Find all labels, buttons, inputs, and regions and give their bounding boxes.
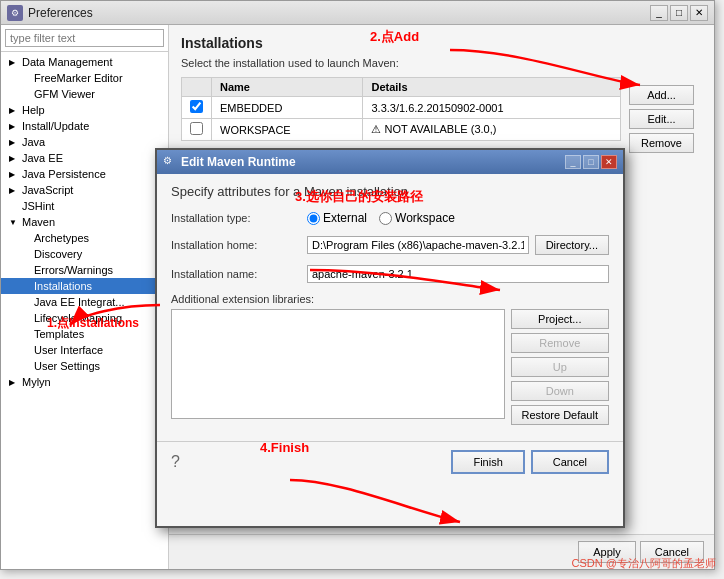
installation-name-input[interactable]	[307, 265, 609, 283]
maximize-button[interactable]: □	[670, 5, 688, 21]
sidebar-item-freemarker-editor[interactable]: FreeMarker Editor	[1, 70, 168, 86]
ext-up-button[interactable]: Up	[511, 357, 609, 377]
ext-down-button[interactable]: Down	[511, 381, 609, 401]
expand-icon: ▶	[9, 106, 19, 115]
row-checkbox[interactable]	[190, 100, 203, 113]
ext-project-button[interactable]: Project...	[511, 309, 609, 329]
dialog-close-button[interactable]: ✕	[601, 155, 617, 169]
sidebar-item-label: User Interface	[34, 344, 103, 356]
sidebar-item-java-ee-integration[interactable]: Java EE Integrat...	[1, 294, 168, 310]
col-check	[182, 78, 212, 97]
col-details: Details	[363, 78, 621, 97]
sidebar-item-help[interactable]: ▶ Help	[1, 102, 168, 118]
row-details: 3.3.3/1.6.2.20150902-0001	[363, 97, 621, 119]
panel-title: Installations	[181, 35, 702, 51]
row-details: ⚠ NOT AVAILABLE (3.0,)	[363, 119, 621, 141]
sidebar-item-errors-warnings[interactable]: Errors/Warnings	[1, 262, 168, 278]
expand-icon: ▶	[9, 378, 19, 387]
sidebar-item-label: Java Persistence	[22, 168, 106, 180]
window-icon: ⚙	[7, 5, 23, 21]
expand-icon: ▶	[9, 122, 19, 131]
window-title: Preferences	[28, 6, 93, 20]
sidebar-tree: ▶ Data Management FreeMarker Editor GFM …	[1, 52, 168, 392]
table-row[interactable]: EMBEDDED 3.3.3/1.6.2.20150902-0001	[182, 97, 621, 119]
edit-button[interactable]: Edit...	[629, 109, 694, 129]
sidebar-item-data-management[interactable]: ▶ Data Management	[1, 54, 168, 70]
ext-restore-button[interactable]: Restore Default	[511, 405, 609, 425]
installation-name-label: Installation name:	[171, 268, 301, 280]
sidebar-item-java[interactable]: ▶ Java	[1, 134, 168, 150]
sidebar-item-label: Data Management	[22, 56, 113, 68]
panel-description: Select the installation used to launch M…	[181, 57, 702, 69]
expand-icon: ▶	[9, 154, 19, 163]
sidebar: ▶ Data Management FreeMarker Editor GFM …	[1, 25, 169, 569]
sidebar-item-install-update[interactable]: ▶ Install/Update	[1, 118, 168, 134]
dialog-title-bar: ⚙ Edit Maven Runtime _ □ ✕	[157, 150, 623, 174]
expand-icon: ▶	[9, 58, 19, 67]
installation-type-group: External Workspace	[307, 211, 455, 225]
sidebar-item-gfm-viewer[interactable]: GFM Viewer	[1, 86, 168, 102]
sidebar-item-label: Discovery	[34, 248, 82, 260]
sidebar-item-lifecycle-mapping[interactable]: Lifecycle Mapping	[1, 310, 168, 326]
dialog-bottom: ? Finish Cancel	[157, 441, 623, 482]
sidebar-filter	[1, 25, 168, 52]
sidebar-item-label: Install/Update	[22, 120, 89, 132]
ext-libs-label: Additional extension libraries:	[171, 293, 609, 305]
sidebar-item-templates[interactable]: Templates	[1, 326, 168, 342]
sidebar-item-user-interface[interactable]: User Interface	[1, 342, 168, 358]
remove-button[interactable]: Remove	[629, 133, 694, 153]
sidebar-item-label: Errors/Warnings	[34, 264, 113, 276]
installation-name-row: Installation name:	[171, 265, 609, 283]
cancel-button[interactable]: Cancel	[640, 541, 704, 563]
bottom-bar: Apply Cancel	[169, 534, 714, 569]
title-controls: _ □ ✕	[650, 5, 708, 21]
sidebar-item-label: Java EE Integrat...	[34, 296, 125, 308]
installation-home-row: Installation home: Directory...	[171, 235, 609, 255]
filter-input[interactable]	[5, 29, 164, 47]
radio-external-input[interactable]	[307, 212, 320, 225]
sidebar-item-java-ee[interactable]: ▶ Java EE	[1, 150, 168, 166]
finish-button[interactable]: Finish	[451, 450, 524, 474]
side-buttons: Add... Edit... Remove	[625, 77, 702, 161]
sidebar-item-discovery[interactable]: Discovery	[1, 246, 168, 262]
apply-button[interactable]: Apply	[578, 541, 636, 563]
radio-external[interactable]: External	[307, 211, 367, 225]
radio-external-label: External	[323, 211, 367, 225]
col-name: Name	[212, 78, 363, 97]
minimize-button[interactable]: _	[650, 5, 668, 21]
installation-home-input[interactable]	[307, 236, 529, 254]
close-button[interactable]: ✕	[690, 5, 708, 21]
sidebar-item-label: Help	[22, 104, 45, 116]
sidebar-item-label: Installations	[34, 280, 92, 292]
add-button[interactable]: Add...	[629, 85, 694, 105]
ext-libs-listbox[interactable]	[171, 309, 505, 419]
dialog-maximize-button[interactable]: □	[583, 155, 599, 169]
sidebar-item-label: Java EE	[22, 152, 63, 164]
sidebar-item-label: JSHint	[22, 200, 54, 212]
sidebar-item-label: FreeMarker Editor	[34, 72, 123, 84]
sidebar-item-label: User Settings	[34, 360, 100, 372]
dialog-title-controls: _ □ ✕	[565, 155, 617, 169]
ext-libs-buttons: Project... Remove Up Down Restore Defaul…	[511, 309, 609, 425]
table-row[interactable]: WORKSPACE ⚠ NOT AVAILABLE (3.0,)	[182, 119, 621, 141]
dialog-subtitle: Specify attributes for a Maven installat…	[171, 184, 609, 199]
sidebar-item-java-persistence[interactable]: ▶ Java Persistence	[1, 166, 168, 182]
sidebar-item-user-settings[interactable]: User Settings	[1, 358, 168, 374]
sidebar-item-label: Templates	[34, 328, 84, 340]
radio-workspace[interactable]: Workspace	[379, 211, 455, 225]
dialog-minimize-button[interactable]: _	[565, 155, 581, 169]
expand-icon: ▶	[9, 186, 19, 195]
directory-button[interactable]: Directory...	[535, 235, 609, 255]
row-checkbox[interactable]	[190, 122, 203, 135]
sidebar-item-archetypes[interactable]: Archetypes	[1, 230, 168, 246]
sidebar-item-javascript[interactable]: ▶ JavaScript	[1, 182, 168, 198]
sidebar-item-label: Lifecycle Mapping	[34, 312, 122, 324]
ext-remove-button[interactable]: Remove	[511, 333, 609, 353]
dialog-cancel-button[interactable]: Cancel	[531, 450, 609, 474]
sidebar-item-mylyn[interactable]: ▶ Mylyn	[1, 374, 168, 390]
sidebar-item-label: Maven	[22, 216, 55, 228]
radio-workspace-input[interactable]	[379, 212, 392, 225]
sidebar-item-jshint[interactable]: JSHint	[1, 198, 168, 214]
sidebar-item-maven[interactable]: ▼ Maven	[1, 214, 168, 230]
sidebar-item-installations[interactable]: Installations	[1, 278, 168, 294]
